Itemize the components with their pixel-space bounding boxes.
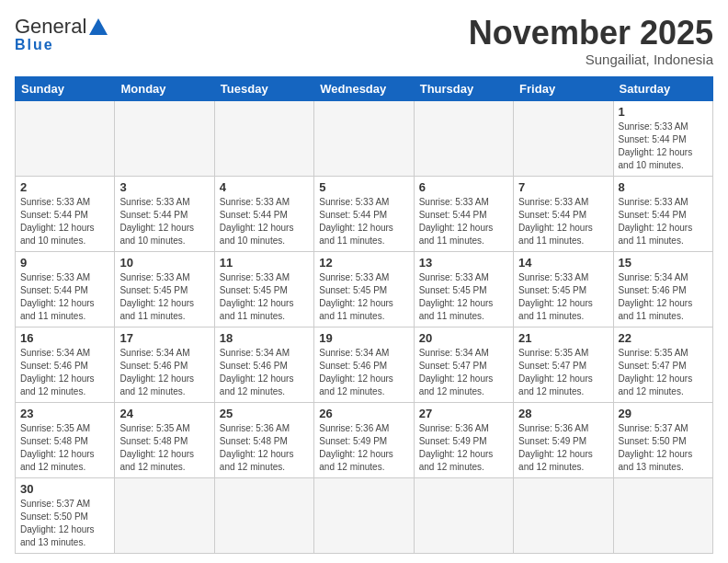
day-number: 11 [220,256,309,270]
location: Sungailiat, Indonesia [469,52,713,67]
calendar-day-cell: 15Sunrise: 5:34 AMSunset: 5:46 PMDayligh… [613,251,712,327]
day-number: 1 [619,105,708,119]
day-number: 3 [119,180,209,194]
day-number: 10 [119,256,209,270]
calendar-day-cell: 25Sunrise: 5:36 AMSunset: 5:48 PMDayligh… [214,402,313,477]
calendar-day-cell: 20Sunrise: 5:34 AMSunset: 5:47 PMDayligh… [414,327,513,402]
day-info: Sunrise: 5:34 AMSunset: 5:46 PMDaylight:… [619,271,708,323]
day-info: Sunrise: 5:37 AMSunset: 5:50 PMDaylight:… [20,498,109,549]
day-number: 17 [119,331,209,345]
day-of-week-header: Thursday [414,76,513,100]
logo: General Blue [15,15,108,53]
calendar-day-cell [314,477,414,553]
title-section: November 2025 Sungailiat, Indonesia [469,15,713,67]
day-number: 2 [20,180,109,194]
day-number: 7 [518,180,608,194]
logo-general-text: General [15,15,86,39]
calendar-day-cell: 28Sunrise: 5:36 AMSunset: 5:49 PMDayligh… [514,402,613,477]
day-info: Sunrise: 5:36 AMSunset: 5:49 PMDaylight:… [319,422,408,474]
day-number: 20 [419,331,508,345]
day-number: 8 [619,180,708,194]
day-number: 4 [220,180,309,194]
calendar-day-cell [214,100,313,176]
day-number: 25 [220,407,309,420]
calendar-day-cell: 18Sunrise: 5:34 AMSunset: 5:46 PMDayligh… [214,327,313,402]
calendar-day-cell [314,100,414,176]
day-info: Sunrise: 5:33 AMSunset: 5:45 PMDaylight:… [518,271,608,323]
day-info: Sunrise: 5:36 AMSunset: 5:49 PMDaylight:… [518,422,608,474]
calendar-day-cell: 5Sunrise: 5:33 AMSunset: 5:44 PMDaylight… [314,176,414,251]
calendar-day-cell: 26Sunrise: 5:36 AMSunset: 5:49 PMDayligh… [314,402,414,477]
calendar-day-cell: 30Sunrise: 5:37 AMSunset: 5:50 PMDayligh… [16,477,115,553]
day-info: Sunrise: 5:36 AMSunset: 5:49 PMDaylight:… [419,422,508,474]
day-info: Sunrise: 5:34 AMSunset: 5:47 PMDaylight:… [419,347,508,398]
day-of-week-header: Friday [514,76,613,100]
day-of-week-header: Wednesday [314,76,414,100]
calendar-day-cell [115,477,214,553]
day-number: 15 [619,256,708,270]
calendar-day-cell: 21Sunrise: 5:35 AMSunset: 5:47 PMDayligh… [514,327,613,402]
calendar-day-cell: 4Sunrise: 5:33 AMSunset: 5:44 PMDaylight… [214,176,313,251]
day-info: Sunrise: 5:33 AMSunset: 5:45 PMDaylight:… [119,271,209,323]
day-number: 12 [319,256,408,270]
calendar-day-cell [514,477,613,553]
calendar-day-cell: 10Sunrise: 5:33 AMSunset: 5:45 PMDayligh… [115,251,214,327]
calendar-table: SundayMondayTuesdayWednesdayThursdayFrid… [15,76,713,554]
day-number: 28 [518,407,608,420]
logo-blue-text: Blue [15,37,54,53]
day-info: Sunrise: 5:34 AMSunset: 5:46 PMDaylight:… [20,347,109,398]
day-info: Sunrise: 5:37 AMSunset: 5:50 PMDaylight:… [619,422,708,474]
calendar-day-cell [414,477,513,553]
day-info: Sunrise: 5:33 AMSunset: 5:44 PMDaylight:… [20,196,109,247]
calendar-day-cell [214,477,313,553]
day-info: Sunrise: 5:33 AMSunset: 5:45 PMDaylight:… [319,271,408,323]
calendar-day-cell: 2Sunrise: 5:33 AMSunset: 5:44 PMDaylight… [16,176,115,251]
day-of-week-header: Saturday [613,76,712,100]
calendar-day-cell: 22Sunrise: 5:35 AMSunset: 5:47 PMDayligh… [613,327,712,402]
day-number: 13 [419,256,508,270]
day-number: 9 [20,256,109,270]
day-info: Sunrise: 5:33 AMSunset: 5:44 PMDaylight:… [119,196,209,247]
calendar-day-cell [16,100,115,176]
day-number: 29 [619,407,708,420]
day-info: Sunrise: 5:33 AMSunset: 5:44 PMDaylight:… [619,121,708,172]
day-number: 23 [20,407,109,420]
calendar-day-cell: 6Sunrise: 5:33 AMSunset: 5:44 PMDaylight… [414,176,513,251]
calendar-day-cell [613,477,712,553]
calendar-day-cell: 7Sunrise: 5:33 AMSunset: 5:44 PMDaylight… [514,176,613,251]
calendar-day-cell: 3Sunrise: 5:33 AMSunset: 5:44 PMDaylight… [115,176,214,251]
logo-triangle-icon [88,17,108,37]
day-number: 24 [119,407,209,420]
day-info: Sunrise: 5:33 AMSunset: 5:44 PMDaylight:… [518,196,608,247]
calendar-day-cell [115,100,214,176]
day-number: 14 [518,256,608,270]
day-info: Sunrise: 5:35 AMSunset: 5:48 PMDaylight:… [20,422,109,474]
day-info: Sunrise: 5:33 AMSunset: 5:44 PMDaylight:… [619,196,708,247]
day-info: Sunrise: 5:33 AMSunset: 5:45 PMDaylight:… [220,271,309,323]
day-info: Sunrise: 5:35 AMSunset: 5:48 PMDaylight:… [119,422,209,474]
logo-text: General [15,15,108,39]
calendar-day-cell: 16Sunrise: 5:34 AMSunset: 5:46 PMDayligh… [16,327,115,402]
month-title: November 2025 [469,15,713,52]
day-number: 26 [319,407,408,420]
day-number: 18 [220,331,309,345]
day-number: 21 [518,331,608,345]
day-info: Sunrise: 5:33 AMSunset: 5:44 PMDaylight:… [319,196,408,247]
day-number: 16 [20,331,109,345]
day-info: Sunrise: 5:34 AMSunset: 5:46 PMDaylight:… [119,347,209,398]
day-number: 6 [419,180,508,194]
day-info: Sunrise: 5:36 AMSunset: 5:48 PMDaylight:… [220,422,309,474]
calendar-day-cell: 17Sunrise: 5:34 AMSunset: 5:46 PMDayligh… [115,327,214,402]
calendar-day-cell: 19Sunrise: 5:34 AMSunset: 5:46 PMDayligh… [314,327,414,402]
day-info: Sunrise: 5:35 AMSunset: 5:47 PMDaylight:… [518,347,608,398]
calendar-day-cell: 29Sunrise: 5:37 AMSunset: 5:50 PMDayligh… [613,402,712,477]
day-of-week-header: Sunday [16,76,115,100]
day-info: Sunrise: 5:34 AMSunset: 5:46 PMDaylight:… [319,347,408,398]
day-number: 22 [619,331,708,345]
day-number: 5 [319,180,408,194]
calendar-day-cell: 23Sunrise: 5:35 AMSunset: 5:48 PMDayligh… [16,402,115,477]
day-of-week-header: Tuesday [214,76,313,100]
day-info: Sunrise: 5:33 AMSunset: 5:44 PMDaylight:… [20,271,109,323]
day-number: 19 [319,331,408,345]
calendar-day-cell: 1Sunrise: 5:33 AMSunset: 5:44 PMDaylight… [613,100,712,176]
